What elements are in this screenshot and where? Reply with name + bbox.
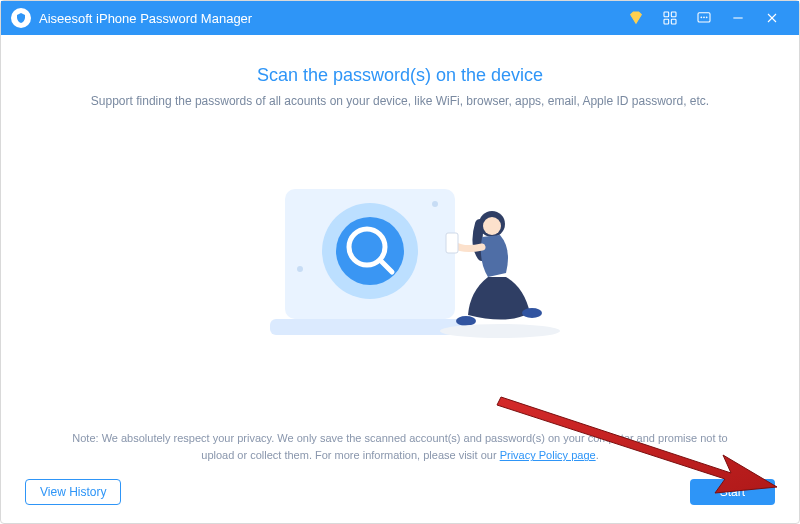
footer-bar: View History Start xyxy=(25,479,775,505)
svg-rect-1 xyxy=(671,12,676,17)
content-area: Scan the password(s) on the device Suppo… xyxy=(1,35,799,523)
svg-point-20 xyxy=(456,316,476,326)
illustration xyxy=(25,108,775,430)
note-suffix: . xyxy=(596,449,599,461)
svg-point-23 xyxy=(297,266,303,272)
svg-rect-0 xyxy=(664,12,669,17)
svg-rect-19 xyxy=(446,233,458,253)
start-button[interactable]: Start xyxy=(690,479,775,505)
app-logo-icon xyxy=(11,8,31,28)
feedback-icon[interactable] xyxy=(687,1,721,35)
svg-rect-3 xyxy=(671,19,676,24)
apps-icon[interactable] xyxy=(653,1,687,35)
close-button[interactable] xyxy=(755,1,789,35)
svg-point-6 xyxy=(704,17,705,18)
app-window: Aiseesoft iPhone Password Manager Scan t… xyxy=(0,0,800,524)
svg-point-22 xyxy=(440,324,560,338)
privacy-note: Note: We absolutely respect your privacy… xyxy=(25,430,775,465)
svg-point-21 xyxy=(522,308,542,318)
page-heading: Scan the password(s) on the device xyxy=(25,65,775,86)
svg-point-7 xyxy=(706,17,707,18)
page-subheading: Support finding the passwords of all aco… xyxy=(25,94,775,108)
note-text: Note: We absolutely respect your privacy… xyxy=(72,432,727,462)
svg-point-5 xyxy=(701,17,702,18)
svg-point-24 xyxy=(432,201,438,207)
privacy-policy-link[interactable]: Privacy Policy page xyxy=(500,449,596,461)
titlebar: Aiseesoft iPhone Password Manager xyxy=(1,1,799,35)
app-title: Aiseesoft iPhone Password Manager xyxy=(39,11,252,26)
svg-rect-2 xyxy=(664,19,669,24)
svg-rect-12 xyxy=(270,319,470,335)
view-history-button[interactable]: View History xyxy=(25,479,121,505)
minimize-button[interactable] xyxy=(721,1,755,35)
premium-icon[interactable] xyxy=(619,1,653,35)
svg-point-18 xyxy=(483,217,501,235)
